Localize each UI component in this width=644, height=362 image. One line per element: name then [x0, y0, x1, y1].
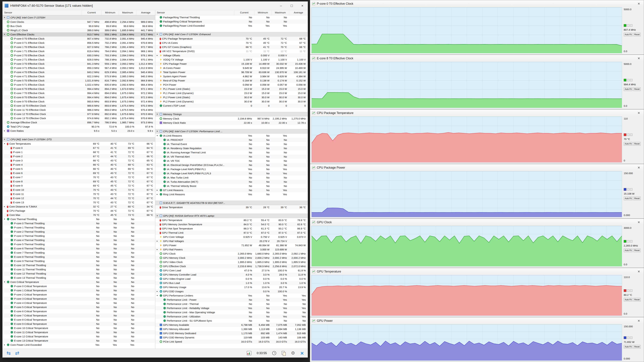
- column-header-average[interactable]: Average: [136, 10, 155, 15]
- table-row[interactable]: P-core 2 T1 Effective Clock828.0 MHz788.…: [2, 57, 155, 62]
- reset-button[interactable]: Reset: [633, 249, 640, 252]
- graph-close-button[interactable]: ×: [636, 56, 642, 61]
- table-row[interactable]: IA: Residency State RegulationNoNoNo: [155, 146, 308, 150]
- table-row[interactable]: P-core 5 T1 Effective Clock1,022.4 MHz83…: [2, 83, 155, 87]
- table-row[interactable]: Memory Clock2,194.6 MHz997.6 MHz2,195.2 …: [155, 116, 308, 121]
- table-row[interactable]: E-core 7 Critical TemperatureNoNoNo: [2, 313, 155, 318]
- table-row[interactable]: GPU Memory Controller Load4.0 %3.0 %28.0…: [155, 273, 308, 277]
- table-row[interactable]: VDDQ TX Voltage1.100 V1.100 V1.100 V1.10…: [155, 57, 308, 62]
- table-row[interactable]: E-core 8 Critical TemperatureNoNoNo: [2, 318, 155, 322]
- table-row[interactable]: Package/Ring Power Limit ExceededYesYesY…: [155, 24, 308, 28]
- table-row[interactable]: GPU Clock2,265.0 MHz1,680.0 MHz2,265.0 M…: [155, 252, 308, 256]
- table-row[interactable]: E-core 7 T0 Effective Clock994.4 MHz894.…: [2, 91, 155, 95]
- table-row[interactable]: E-core 13 Critical TemperatureNoNoNo: [2, 339, 155, 343]
- table-row[interactable]: GPU Memory Usage17.0 %13.6 %20.7 %13.9 %: [155, 285, 308, 289]
- table-row[interactable]: E-core 770 °C43 °C72 °C67 °C: [2, 175, 155, 179]
- legend-button[interactable]: [627, 337, 630, 339]
- table-row[interactable]: E-core 10 Thermal ThrottlingNoNoNo: [2, 263, 155, 267]
- table-row[interactable]: IA: Package-Level RAPL/PBM PL1YesNoYes: [155, 167, 308, 171]
- table-row[interactable]: E-core 11 Thermal ThrottlingNoNoNo: [2, 267, 155, 272]
- table-row[interactable]: IA: Electrical Design Point/Other (ICCma…: [155, 163, 308, 167]
- graph-close-button[interactable]: ×: [636, 165, 642, 170]
- graph-titlebar[interactable]: GPU Temperature ×: [310, 268, 644, 275]
- table-row[interactable]: E-core 12 Critical TemperatureNoNoNo: [2, 334, 155, 339]
- table-row[interactable]: E-core 7 Thermal ThrottlingNoNoNo: [2, 251, 155, 255]
- table-row[interactable]: VR VCC Temperature (SVID)11 °C11 °C12 °C…: [155, 49, 308, 53]
- minimize-button[interactable]: –: [276, 1, 286, 10]
- table-row[interactable]: IA Cores Power9.645 W8.910 W24.995 W10.4…: [155, 66, 308, 70]
- table-row[interactable]: Average Effective Clock896.7 MHz786.5 MH…: [2, 120, 155, 124]
- table-row[interactable]: E-core 9 T0 Effective Clock993.6 MHz893.…: [2, 99, 155, 104]
- table-row[interactable]: Performance Limit - ThermalNoNoNoNo: [155, 302, 308, 306]
- graph-close-button[interactable]: ×: [636, 319, 642, 323]
- expand-arrow[interactable]: ▾: [156, 134, 159, 138]
- table-row[interactable]: PL2 Power Limit (Static)30.0 W30.0 W30.0…: [155, 95, 308, 99]
- legend-button[interactable]: [630, 79, 632, 81]
- graph-titlebar[interactable]: E-core 8 T0 Effective Clock ×: [310, 55, 644, 62]
- auto-fit-button[interactable]: Auto Fit: [624, 298, 632, 302]
- table-row[interactable]: P-core 2 Thermal ThrottlingNoNoNo: [2, 230, 155, 234]
- table-row[interactable]: ▾GPU Performance LimitersYesNoYesYes: [155, 294, 308, 298]
- auto-fit-button[interactable]: Auto Fit: [624, 142, 632, 146]
- table-row[interactable]: P-core 366 °C43 °C72 °C65 °C: [2, 158, 155, 163]
- table-row[interactable]: GPU Power71.652 W48.064 W81.366 W74.843 …: [155, 243, 308, 247]
- next-sensors-button[interactable]: ⇄: [15, 351, 19, 356]
- legend-button[interactable]: [627, 134, 630, 136]
- table-row[interactable]: System Agent Power4.862 W3.984 W5.626 W4…: [155, 74, 308, 78]
- table-row[interactable]: P-core 1 T0 Effective Clock827.0 MHz766.…: [2, 45, 155, 49]
- table-row[interactable]: PL2 Power Limit (Dynamic)30.0 W30.0 W30.…: [155, 99, 308, 104]
- table-row[interactable]: ▸GT Limit ReasonsNoNoYes: [155, 188, 308, 192]
- table-row[interactable]: P-core 4 Critical TemperatureNoNoNo: [2, 301, 155, 305]
- table-row[interactable]: GPU D3D Memory Dynamic119 MB103 MB143 MB…: [155, 335, 308, 340]
- column-header-minimum[interactable]: Minimum: [102, 10, 119, 15]
- table-row[interactable]: E-core 10 Critical TemperatureNoNoNo: [2, 326, 155, 330]
- table-row[interactable]: E-core 6 T0 Effective Clock994.4 MHz894.…: [2, 87, 155, 91]
- expand-arrow[interactable]: ▾: [156, 214, 159, 218]
- table-row[interactable]: GPU Effective Clock2,233.6 MHz1,738.9 MH…: [155, 264, 308, 268]
- expand-arrow[interactable]: ▸: [156, 192, 159, 196]
- expand-arrow[interactable]: ▸: [156, 289, 159, 294]
- table-row[interactable]: P-core 3 Thermal ThrottlingNoNoNo: [2, 234, 155, 238]
- sensors-icon[interactable]: [247, 351, 252, 355]
- table-row[interactable]: P-core 5 T0 Effective Clock1,021.8 MHz81…: [2, 78, 155, 83]
- table-row[interactable]: IA: PROCHOTNoNoNo: [155, 138, 308, 142]
- close-button[interactable]: ×: [297, 1, 308, 10]
- table-row[interactable]: Performance Limit - PowerNoNoYesYes: [155, 298, 308, 302]
- table-row[interactable]: CPU IA Cores70 °C45 °C72 °C67 °C: [155, 41, 308, 45]
- legend-button[interactable]: [630, 188, 632, 191]
- column-header-minimum[interactable]: Minimum: [254, 10, 272, 15]
- reset-button[interactable]: Reset: [633, 298, 640, 302]
- table-row[interactable]: P-core 0 Thermal ThrottlingNoNoNo: [2, 221, 155, 225]
- graph-titlebar[interactable]: GPU Clock ×: [310, 219, 644, 226]
- auto-fit-button[interactable]: Auto Fit: [624, 249, 632, 252]
- graph-close-button[interactable]: ×: [636, 269, 642, 274]
- table-row[interactable]: IA: VR TDCNoNoNo: [155, 159, 308, 163]
- column-header-sensor[interactable]: Sensor: [155, 10, 234, 15]
- expand-arrow[interactable]: ▾: [3, 142, 6, 146]
- table-row[interactable]: Drive Temperature39 °C28 °C39 °C36 °C: [155, 205, 308, 209]
- expand-arrow[interactable]: ▸: [3, 204, 6, 209]
- table-row[interactable]: E-core 1170 °C43 °C72 °C67 °C: [2, 192, 155, 196]
- section-row[interactable]: ▾CPU [#0]: Intel Core i7-13700H: DTS: [2, 137, 155, 142]
- table-row[interactable]: P-core 1 Critical TemperatureNoNoNo: [2, 288, 155, 293]
- table-row[interactable]: P-core 1 Thermal ThrottlingNoNoNo: [2, 225, 155, 230]
- table-row[interactable]: CPU Package70 °C44 °C72 °C67 °C: [2, 209, 155, 213]
- table-row[interactable]: P-core 168 °C41 °C72 °C67 °C: [2, 150, 155, 154]
- table-row[interactable]: E-core 669 °C43 °C72 °C67 °C: [2, 171, 155, 175]
- window-titlebar[interactable]: HWiNFO64 v7.60-5170 Sensor Status [171 v…: [2, 1, 308, 10]
- table-row[interactable]: ▾Core Critical TemperatureNoNoNo: [2, 280, 155, 284]
- auto-fit-button[interactable]: Auto Fit: [624, 33, 632, 36]
- table-row[interactable]: E-core 1270 °C44 °C72 °C67 °C: [2, 196, 155, 200]
- maximize-button[interactable]: □: [286, 1, 297, 10]
- table-row[interactable]: GPU Thermal Limit87.0 °C87.0 °C87.0 °C87…: [155, 231, 308, 235]
- table-row[interactable]: Performance Limit - Max Operating Voltag…: [155, 310, 308, 314]
- legend-button[interactable]: [630, 290, 632, 292]
- table-row[interactable]: ▸Core Ratios9.5 x5.0 x23.0 x9.9 x: [2, 129, 155, 133]
- section-row[interactable]: ▾CPU [#0]: Intel Core i7-13700H: Enhance…: [155, 32, 308, 36]
- expand-arrow[interactable]: ▾: [3, 280, 6, 284]
- expand-arrow[interactable]: ▾: [156, 112, 159, 116]
- graph-titlebar[interactable]: CPU Package Power ×: [310, 164, 644, 171]
- column-header-current[interactable]: Current: [82, 10, 102, 15]
- table-row[interactable]: E-core 9 Critical TemperatureNoNoNo: [2, 322, 155, 326]
- column-header-average[interactable]: Average: [289, 10, 308, 15]
